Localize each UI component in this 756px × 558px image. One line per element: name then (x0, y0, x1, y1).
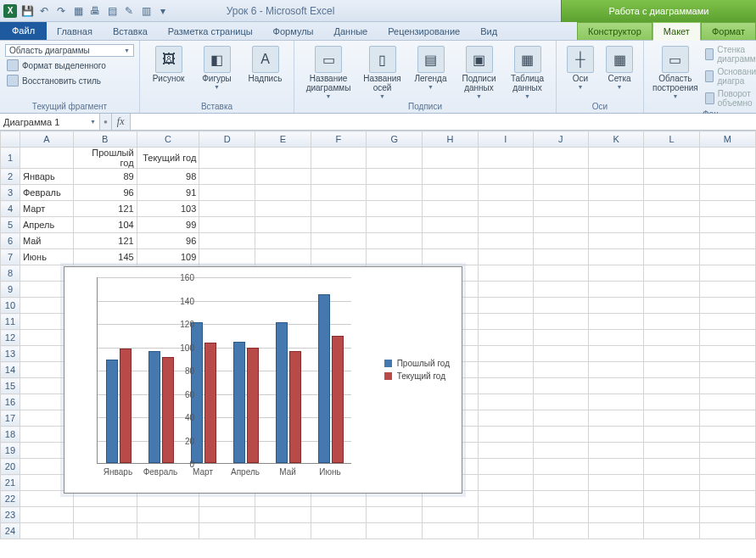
chart-title-button[interactable]: ▭Название диаграммы▼ (300, 44, 357, 101)
cell[interactable] (699, 233, 755, 249)
cell[interactable] (699, 427, 755, 443)
cell[interactable] (588, 362, 644, 378)
cell[interactable] (588, 265, 644, 282)
chart-bar[interactable] (162, 357, 174, 463)
cell[interactable] (644, 185, 699, 201)
cell[interactable] (199, 169, 255, 185)
cell[interactable] (311, 148, 367, 169)
gridlines-button[interactable]: ▦Сетка▼ (601, 44, 638, 92)
cell[interactable] (644, 443, 699, 459)
cell[interactable] (588, 507, 644, 523)
cell[interactable] (199, 185, 255, 201)
row-header[interactable]: 7 (1, 249, 20, 265)
row-header[interactable]: 4 (1, 201, 20, 217)
axes-button[interactable]: ┼Оси▼ (562, 44, 599, 92)
cell[interactable] (533, 410, 588, 427)
fx-expand-icon[interactable]: ● (104, 118, 108, 126)
chart-bar[interactable] (106, 360, 118, 463)
chart-bar[interactable] (120, 349, 132, 463)
chart-bar[interactable] (148, 351, 160, 463)
cell[interactable] (478, 507, 533, 523)
cell[interactable] (423, 169, 479, 185)
tab-home[interactable]: Главная (47, 23, 103, 40)
cell[interactable] (699, 148, 755, 169)
tab-chart-design[interactable]: Конструктор (577, 22, 652, 40)
cell[interactable] (588, 169, 644, 185)
cell[interactable] (311, 217, 367, 233)
cell[interactable]: Прошлый год (73, 148, 137, 169)
chart-bar[interactable] (318, 294, 330, 463)
cell[interactable]: 98 (137, 169, 199, 185)
row-header[interactable]: 2 (1, 169, 20, 185)
cell[interactable] (311, 169, 367, 185)
cell[interactable] (137, 507, 199, 523)
cell[interactable] (644, 491, 699, 507)
cell[interactable] (644, 265, 699, 282)
cell[interactable]: 109 (137, 249, 199, 265)
cell[interactable] (199, 523, 255, 539)
cell[interactable] (478, 491, 533, 507)
cell[interactable] (644, 169, 699, 185)
cell[interactable] (588, 282, 644, 298)
cell[interactable] (699, 459, 755, 475)
cell[interactable] (423, 233, 479, 249)
cell[interactable] (478, 185, 533, 201)
cell[interactable] (533, 346, 588, 362)
cell[interactable] (533, 443, 588, 459)
cell[interactable] (644, 507, 699, 523)
cell[interactable] (699, 330, 755, 346)
cell[interactable] (588, 378, 644, 394)
cell[interactable] (644, 394, 699, 410)
select-all-corner[interactable] (1, 131, 20, 148)
cell[interactable] (699, 249, 755, 265)
cell[interactable] (644, 346, 699, 362)
cell[interactable] (478, 314, 533, 330)
cell[interactable] (311, 201, 367, 217)
chart-bar[interactable] (233, 342, 245, 463)
cell[interactable] (423, 507, 479, 523)
chart-bar[interactable] (289, 351, 301, 463)
column-header[interactable]: K (588, 131, 644, 148)
cell[interactable] (699, 298, 755, 314)
cell[interactable] (644, 233, 699, 249)
cell[interactable] (533, 265, 588, 282)
cell[interactable] (478, 233, 533, 249)
cell[interactable]: Март (20, 201, 73, 217)
cell[interactable] (644, 362, 699, 378)
legend-button[interactable]: ▤Легенда▼ (407, 44, 454, 92)
cell[interactable] (199, 507, 255, 523)
cell[interactable] (255, 148, 311, 169)
cell[interactable] (588, 410, 644, 427)
tab-review[interactable]: Рецензирование (378, 23, 470, 40)
cell[interactable] (255, 217, 311, 233)
tab-formulas[interactable]: Формулы (263, 23, 324, 40)
cell[interactable] (199, 201, 255, 217)
format-selection-button[interactable]: Формат выделенного (5, 59, 134, 72)
cell[interactable] (588, 185, 644, 201)
cell[interactable]: 89 (73, 169, 137, 185)
chart-legend[interactable]: Прошлый год Текущий год (384, 355, 450, 384)
cell[interactable] (588, 233, 644, 249)
cell[interactable] (533, 185, 588, 201)
cell[interactable] (644, 201, 699, 217)
cell[interactable] (533, 362, 588, 378)
cell[interactable] (478, 475, 533, 491)
legend-item[interactable]: Текущий год (384, 371, 450, 381)
cell[interactable] (367, 201, 423, 217)
cell[interactable] (533, 507, 588, 523)
cell[interactable] (423, 185, 479, 201)
cell[interactable] (478, 217, 533, 233)
cell[interactable] (255, 185, 311, 201)
cell[interactable] (533, 427, 588, 443)
cell[interactable] (588, 427, 644, 443)
row-header[interactable]: 12 (1, 330, 20, 346)
cell[interactable]: 96 (73, 185, 137, 201)
cell[interactable] (644, 282, 699, 298)
cell[interactable] (73, 507, 137, 523)
cell[interactable] (478, 443, 533, 459)
cell[interactable] (423, 523, 479, 539)
cell[interactable] (423, 217, 479, 233)
cell[interactable] (533, 378, 588, 394)
cell[interactable] (699, 201, 755, 217)
cell[interactable] (311, 233, 367, 249)
